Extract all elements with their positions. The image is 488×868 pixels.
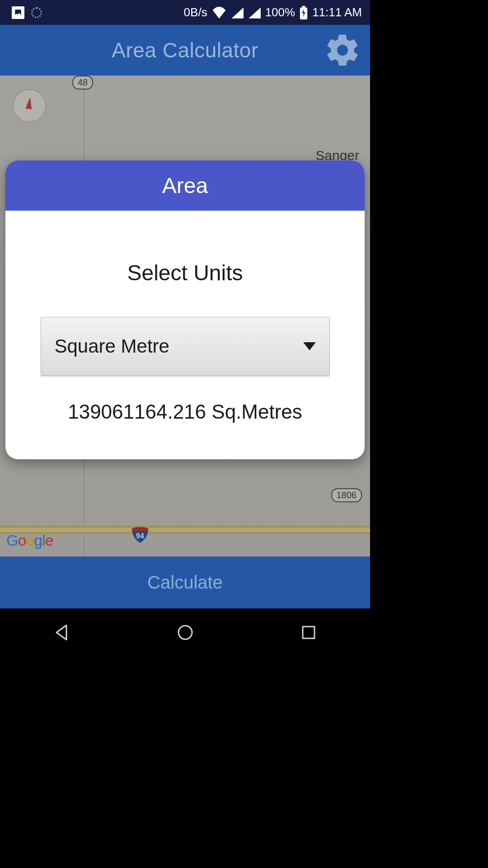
compass-needle-icon: [25, 97, 33, 109]
app-header: Area Calculator: [0, 25, 370, 75]
route-badge-1806: 1806: [331, 488, 362, 502]
signal-2-icon: ✕: [248, 7, 261, 19]
settings-button[interactable]: [324, 32, 361, 69]
area-dialog: Area Select Units Square Metre 139061164…: [5, 160, 365, 459]
select-units-label: Select Units: [33, 260, 338, 285]
nav-bar: [0, 609, 370, 658]
status-bar: 0B/s ✕ ✕ 100% 11:11 AM: [0, 0, 370, 25]
svg-text:94: 94: [136, 532, 144, 540]
gear-icon: [324, 32, 361, 69]
wifi-icon: [212, 7, 226, 19]
svg-rect-3: [302, 6, 305, 7]
svg-text:✕: ✕: [234, 7, 239, 14]
units-dropdown[interactable]: Square Metre: [41, 317, 330, 376]
recents-button[interactable]: [300, 623, 318, 643]
dropdown-value: Square Metre: [55, 335, 169, 357]
recents-icon: [300, 623, 318, 642]
battery-charging-icon: [300, 6, 308, 19]
battery-percentage: 100%: [265, 5, 296, 19]
app-title: Area Calculator: [0, 38, 370, 62]
back-button[interactable]: [53, 623, 71, 643]
svg-rect-6: [303, 627, 314, 638]
network-speed: 0B/s: [184, 5, 207, 19]
svg-point-5: [178, 626, 192, 639]
compass-button[interactable]: [13, 89, 46, 123]
chevron-down-icon: [303, 342, 316, 350]
back-icon: [53, 623, 71, 642]
home-button[interactable]: [176, 623, 194, 643]
image-notification-icon: [12, 6, 24, 19]
route-badge-48: 48: [72, 75, 93, 90]
loading-icon: [31, 7, 42, 18]
clock: 11:11 AM: [312, 5, 362, 19]
google-attribution: Google: [6, 532, 53, 549]
svg-text:✕: ✕: [251, 7, 257, 14]
signal-1-icon: ✕: [231, 7, 244, 19]
dialog-title: Area: [5, 160, 365, 211]
interstate-shield-icon: 94: [131, 525, 149, 543]
result-value: 139061164.216 Sq.Metres: [33, 401, 338, 423]
calculate-button[interactable]: Calculate: [0, 557, 370, 609]
home-icon: [176, 623, 194, 642]
